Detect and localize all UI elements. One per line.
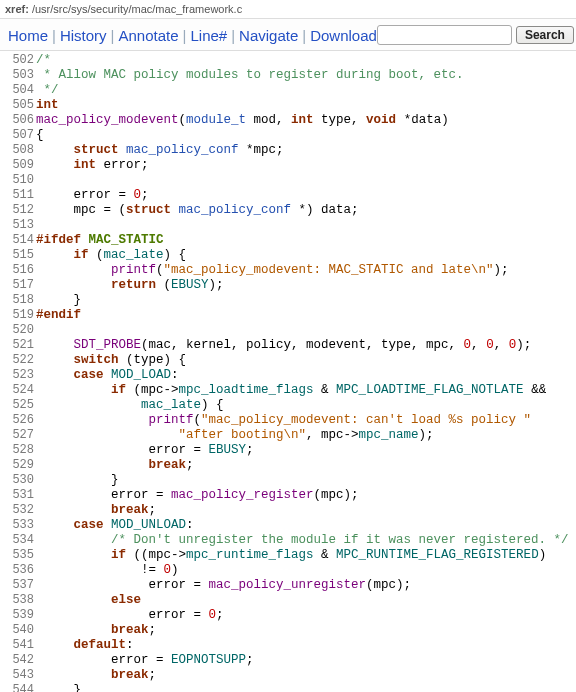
nav-home[interactable]: Home (8, 27, 48, 44)
xref-link[interactable]: /usr/src/sys/security/mac/mac_framework.… (32, 3, 242, 15)
code-area: 502/* 503 * Allow MAC policy modules to … (0, 51, 576, 692)
nav-history[interactable]: History (60, 27, 107, 44)
nav-line[interactable]: Line# (190, 27, 227, 44)
nav-bar: Home| History| Annotate| Line#| Navigate… (0, 18, 576, 51)
nav-download[interactable]: Download (310, 27, 377, 44)
nav-annotate[interactable]: Annotate (119, 27, 179, 44)
nav-navigate[interactable]: Navigate (239, 27, 298, 44)
xref-path: xref: /usr/src/sys/security/mac/mac_fram… (0, 0, 576, 18)
search-button[interactable]: Search (516, 26, 574, 44)
search-input[interactable] (377, 25, 512, 45)
